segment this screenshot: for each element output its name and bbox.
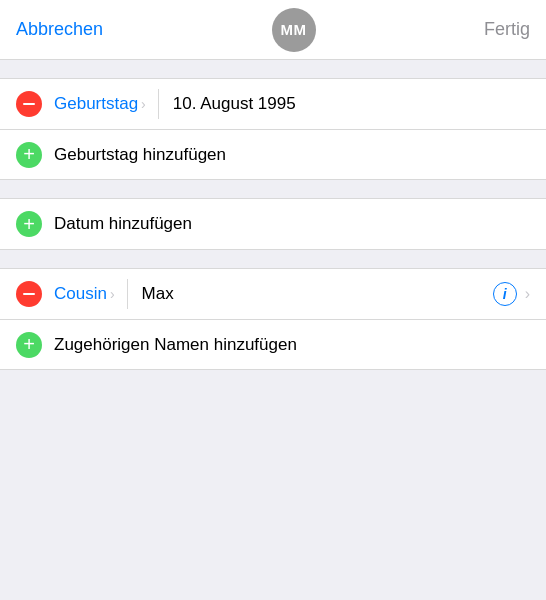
cousin-separator (127, 279, 128, 309)
add-cousin-row[interactable]: Zugehörigen Namen hinzufügen (0, 319, 546, 369)
cousin-label[interactable]: Cousin (54, 284, 107, 304)
add-birthday-button[interactable] (16, 142, 42, 168)
add-cousin-label: Zugehörigen Namen hinzufügen (54, 335, 530, 355)
info-button[interactable]: i (493, 282, 517, 306)
cousin-end-chevron-icon: › (525, 285, 530, 303)
add-date-label: Datum hinzufügen (54, 214, 530, 234)
done-button[interactable]: Fertig (484, 19, 530, 40)
section-gap-middle (0, 180, 546, 198)
date-section: Datum hinzufügen (0, 198, 546, 250)
birthday-label[interactable]: Geburtstag (54, 94, 138, 114)
cancel-button[interactable]: Abbrechen (16, 19, 103, 40)
avatar: MM (272, 8, 316, 52)
header: Abbrechen MM Fertig (0, 0, 546, 60)
cousin-section: Cousin › Max i › Zugehörigen Namen hinzu… (0, 268, 546, 370)
cousin-value: Max (142, 284, 493, 304)
cousin-chevron-icon: › (110, 286, 115, 302)
remove-birthday-button[interactable] (16, 91, 42, 117)
birthday-value: 10. August 1995 (173, 94, 530, 114)
remove-cousin-button[interactable] (16, 281, 42, 307)
birthday-row: Geburtstag › 10. August 1995 (0, 79, 546, 129)
section-gap-top (0, 60, 546, 78)
section-gap-bottom (0, 250, 546, 268)
add-cousin-button[interactable] (16, 332, 42, 358)
birthday-section: Geburtstag › 10. August 1995 Geburtstag … (0, 78, 546, 180)
birthday-chevron-icon: › (141, 96, 146, 112)
birthday-separator (158, 89, 159, 119)
cousin-row: Cousin › Max i › (0, 269, 546, 319)
add-date-row[interactable]: Datum hinzufügen (0, 199, 546, 249)
add-birthday-label: Geburtstag hinzufügen (54, 145, 530, 165)
add-date-button[interactable] (16, 211, 42, 237)
add-birthday-row[interactable]: Geburtstag hinzufügen (0, 129, 546, 179)
